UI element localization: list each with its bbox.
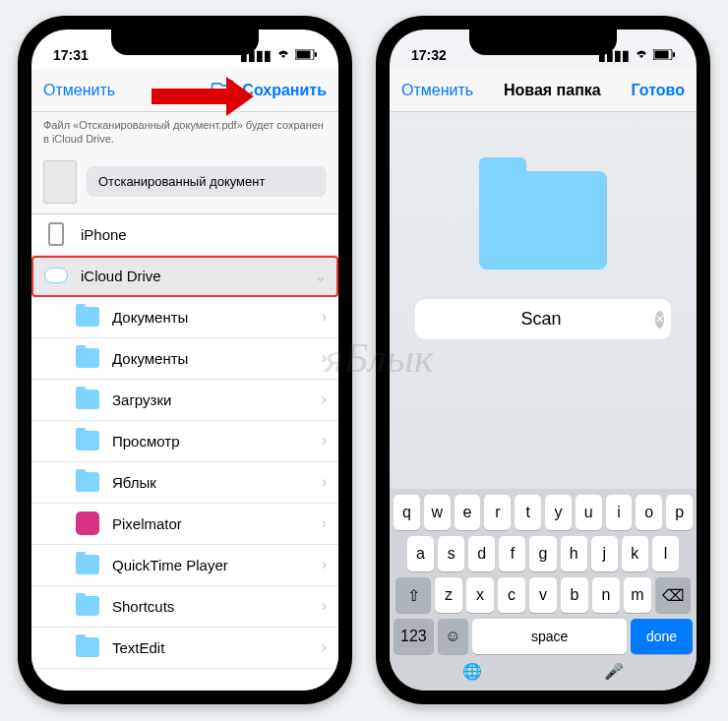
key-z[interactable]: z [435,577,462,613]
key-k[interactable]: k [622,536,648,571]
key-j[interactable]: j [591,536,618,571]
key-123[interactable]: 123 [394,619,434,654]
folder-label: Просмотр [112,433,322,450]
chevron-right-icon: › [322,432,327,450]
key-shift[interactable]: ⇧ [395,577,431,613]
folder-row[interactable]: Загрузки › [31,380,338,421]
key-l[interactable]: l [652,536,679,571]
folder-row[interactable]: Документы › [31,297,338,338]
svg-rect-5 [655,51,669,59]
folder-icon [76,637,99,657]
wifi-icon [275,47,291,63]
folder-label: Яблык [112,474,322,491]
chevron-right-icon: › [322,473,327,491]
chevron-right-icon: › [322,638,327,656]
key-c[interactable]: c [498,577,525,613]
folder-row[interactable]: QuickTime Player › [31,545,338,586]
phone-left: 17:31 ▮▮▮▮ Отменить Сохранить [18,16,352,704]
cancel-button[interactable]: Отменить [401,82,473,99]
key-e[interactable]: e [455,495,481,530]
chevron-right-icon: › [322,556,327,573]
key-m[interactable]: m [624,577,651,613]
svg-rect-6 [673,52,675,57]
notch [469,30,617,55]
save-info-text: Файл «Отсканированный документ.pdf» буде… [31,112,338,154]
mic-icon[interactable]: 🎤 [604,662,624,681]
folder-icon [76,596,99,616]
key-a[interactable]: a [407,536,434,571]
key-r[interactable]: r [484,495,511,530]
key-t[interactable]: t [515,495,541,530]
done-button[interactable]: Готово [632,82,685,99]
location-label: iPhone [81,226,327,243]
location-list: iPhone iCloud Drive ⌄ Документы › Докуме… [31,214,338,691]
key-h[interactable]: h [561,536,587,571]
save-button[interactable]: Сохранить [242,82,327,99]
phone-right: 17:32 ▮▮▮▮ Отменить Новая папка Готово ✕ [376,16,710,704]
wifi-icon [634,47,649,63]
key-b[interactable]: b [561,577,588,613]
notch [111,30,259,55]
chevron-right-icon: › [322,597,327,615]
pixelmator-icon [76,511,99,535]
chevron-right-icon: › [322,514,327,532]
key-p[interactable]: p [666,495,693,530]
document-row: Отсканированный документ [31,154,338,214]
key-done[interactable]: done [631,619,693,654]
key-q[interactable]: q [394,495,420,530]
folder-icon [76,348,99,368]
folder-label: Pixelmator [112,515,322,532]
key-v[interactable]: v [529,577,557,613]
folder-row[interactable]: Просмотр › [31,421,338,462]
svg-rect-2 [315,52,317,57]
key-emoji[interactable]: ☺ [438,619,468,654]
folder-icon [76,472,99,492]
folder-name-field-wrap: ✕ [415,299,671,339]
cancel-button[interactable]: Отменить [43,82,115,99]
chevron-down-icon: ⌄ [314,267,327,285]
location-icloud-drive[interactable]: iCloud Drive ⌄ [31,256,338,297]
key-o[interactable]: o [636,495,662,530]
key-i[interactable]: i [606,495,633,530]
battery-icon [295,47,317,63]
folder-icon [76,307,99,327]
key-x[interactable]: x [466,577,494,613]
folder-icon [76,555,99,574]
key-u[interactable]: u [576,495,602,530]
folder-icon [76,390,99,409]
document-name-field[interactable]: Отсканированный документ [87,166,327,197]
key-f[interactable]: f [499,536,525,571]
chevron-right-icon: › [322,349,327,367]
folder-row[interactable]: Shortcuts › [31,586,338,628]
clear-input-button[interactable]: ✕ [655,311,664,329]
tutorial-arrow [152,89,230,104]
key-space[interactable]: space [472,619,627,654]
key-s[interactable]: s [438,536,464,571]
new-folder-content: ✕ [390,112,697,489]
status-time: 17:32 [411,47,447,63]
folder-icon [76,431,99,451]
folder-row[interactable]: Яблык › [31,462,338,504]
chevron-right-icon: › [322,391,327,408]
folder-label: Документы [112,309,322,326]
folder-label: Shortcuts [112,598,322,615]
cloud-icon [44,268,68,283]
folder-row[interactable]: Документы › [31,338,338,380]
location-iphone[interactable]: iPhone [31,214,338,256]
key-n[interactable]: n [592,577,620,613]
key-d[interactable]: d [468,536,495,571]
folder-label: TextEdit [112,639,322,656]
globe-icon[interactable]: 🌐 [462,662,482,681]
folder-row[interactable]: TextEdit › [31,628,338,669]
document-thumbnail [43,160,77,204]
key-backspace[interactable]: ⌫ [655,577,691,613]
key-y[interactable]: y [545,495,572,530]
folder-name-input[interactable] [427,309,655,330]
location-label: iCloud Drive [81,268,314,284]
key-w[interactable]: w [424,495,451,530]
folder-row[interactable]: Pixelmator › [31,504,338,545]
status-time: 17:31 [53,47,89,63]
large-folder-icon [479,171,607,270]
battery-icon [653,47,675,63]
key-g[interactable]: g [529,536,556,571]
